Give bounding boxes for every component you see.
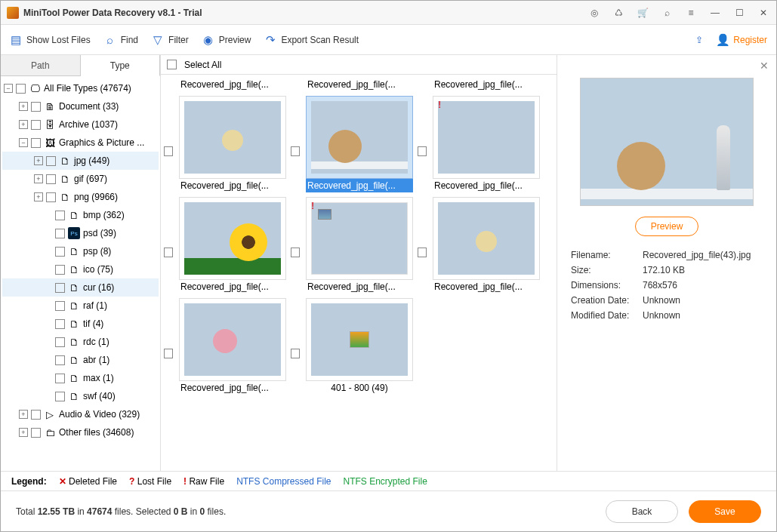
save-button[interactable]: Save [689,500,761,523]
tree-tif-label: tif (4) [83,318,103,329]
preview-button[interactable]: ◉Preview [202,34,251,46]
tree-bmp[interactable]: 🗋bmp (362) [2,206,159,224]
checkbox[interactable] [55,392,65,401]
expand-icon[interactable]: + [34,156,43,165]
tree-png[interactable]: +🗋png (9966) [2,188,159,206]
tree-other[interactable]: +🗀Other files (34608) [2,423,159,441]
checkbox[interactable] [418,248,427,257]
checkbox[interactable] [164,146,173,156]
register-button[interactable]: 👤Register [717,34,767,46]
filter-button[interactable]: ▽Filter [152,34,189,46]
thumb-label: Recovered_jpg_file(... [179,78,286,91]
cart-icon[interactable]: 🛒 [636,6,649,20]
checkbox[interactable] [46,174,56,184]
expand-icon[interactable]: + [19,410,28,419]
register-label: Register [733,35,767,45]
tree-tif[interactable]: 🗋tif (4) [2,315,159,333]
preview-metadata: Filename:Recovered_jpg_file(43).jpg Size… [571,250,763,321]
expand-icon[interactable]: + [34,174,43,183]
checkbox[interactable] [31,410,41,420]
expand-icon[interactable]: + [34,192,43,201]
tree-document[interactable]: +🗎Document (33) [2,97,159,115]
thumbnail-grid[interactable]: Recovered_jpg_file(... Recovered_jpg_fil… [161,75,557,471]
archive-icon: 🗄 [44,118,56,131]
thumb-cell-selected[interactable]: !Recovered_jpg_file(... [291,96,413,192]
checkbox[interactable] [55,319,65,329]
expand-icon[interactable]: + [19,428,28,437]
thumb-label: Recovered_jpg_file(... [306,78,413,91]
tree-psp[interactable]: 🗋psp (8) [2,242,159,260]
checkbox[interactable] [55,247,65,257]
tab-type[interactable]: Type [81,55,161,76]
compass-icon[interactable]: ◎ [587,6,601,20]
tree-raf-label: raf (1) [83,300,107,311]
tree-archive[interactable]: +🗄Archive (1037) [2,115,159,134]
close-icon[interactable]: ✕ [757,6,770,20]
preview-open-button[interactable]: Preview [635,217,699,236]
checkbox[interactable] [291,146,300,156]
thumb-cell[interactable]: !Recovered_jpg_file(... [291,197,413,294]
tree-max-label: max (1) [83,373,114,383]
tree-raf[interactable]: 🗋raf (1) [2,297,159,315]
menu-icon[interactable]: ≡ [684,6,698,20]
thumb-cell[interactable]: !Recovered_jpg_file(... [164,298,286,395]
checkbox[interactable] [55,229,65,238]
checkbox[interactable] [291,349,300,358]
checkbox[interactable] [31,120,41,130]
thumb-cell-range[interactable]: 401 - 800 (49) [291,298,413,395]
checkbox[interactable] [291,248,300,257]
funnel-icon: ▽ [152,34,164,46]
meta-value-size: 172.10 KB [643,265,763,275]
share-icon[interactable]: ⇪ [695,35,703,45]
maximize-icon[interactable]: ☐ [732,6,746,20]
show-lost-files-button[interactable]: ▤Show Lost Files [10,34,91,46]
find-button[interactable]: ⌕Find [104,34,138,46]
checkbox[interactable] [55,283,65,293]
select-all-checkbox[interactable] [167,60,177,69]
thumb-cell[interactable]: !Recovered_jpg_file(... [418,197,540,294]
tree-max[interactable]: 🗋max (1) [2,369,159,387]
checkbox[interactable] [164,248,173,257]
checkbox[interactable] [31,138,41,148]
tree-rdc[interactable]: 🗋rdc (1) [2,333,159,351]
checkbox[interactable] [55,337,65,347]
key-icon[interactable]: ⌕ [660,6,674,20]
checkbox[interactable] [55,301,65,311]
tree-psd[interactable]: Pspsd (39) [2,224,159,242]
checkbox[interactable] [46,192,56,202]
back-button[interactable]: Back [606,500,678,523]
checkbox[interactable] [418,146,427,156]
checkbox[interactable] [31,102,41,112]
close-preview-icon[interactable]: ✕ [760,60,769,72]
tree-ico[interactable]: 🗋ico (75) [2,260,159,278]
collapse-icon[interactable]: − [4,84,13,93]
tab-path[interactable]: Path [1,55,81,75]
tree-graphics[interactable]: −🖼Graphics & Picture ... [2,134,159,152]
expand-icon[interactable]: + [19,102,28,111]
thumb-cell[interactable]: !Recovered_jpg_file(... [164,96,286,192]
checkbox[interactable] [55,211,65,220]
tree-gif[interactable]: +🗋gif (697) [2,170,159,188]
tree-swf[interactable]: 🗋swf (40) [2,387,159,405]
tree-jpg[interactable]: +🗋jpg (449) [2,152,159,170]
tree-abr[interactable]: 🗋abr (1) [2,351,159,369]
collapse-icon[interactable]: − [19,138,28,147]
checkbox[interactable] [55,265,65,275]
thumbnail-image [184,303,281,376]
expand-icon[interactable]: + [19,120,28,129]
headset-icon[interactable]: ♺ [612,6,625,20]
tree-cur[interactable]: 🗋cur (16) [2,278,159,297]
checkbox[interactable] [55,355,65,365]
checkbox[interactable] [16,84,26,94]
thumb-cell[interactable]: !Recovered_jpg_file(... [418,96,540,192]
checkbox[interactable] [46,156,56,166]
checkbox[interactable] [31,428,41,438]
thumb-cell[interactable]: !Recovered_jpg_file(... [164,197,286,294]
checkbox[interactable] [55,374,65,383]
export-button[interactable]: ↷Export Scan Result [264,34,359,46]
checkbox[interactable] [164,349,173,358]
tree-audio[interactable]: +▷Audio & Video (329) [2,405,159,423]
minimize-icon[interactable]: — [708,6,722,20]
tree-root[interactable]: −🖵All File Types (47674) [2,79,159,97]
thumbnail-image [184,202,281,275]
